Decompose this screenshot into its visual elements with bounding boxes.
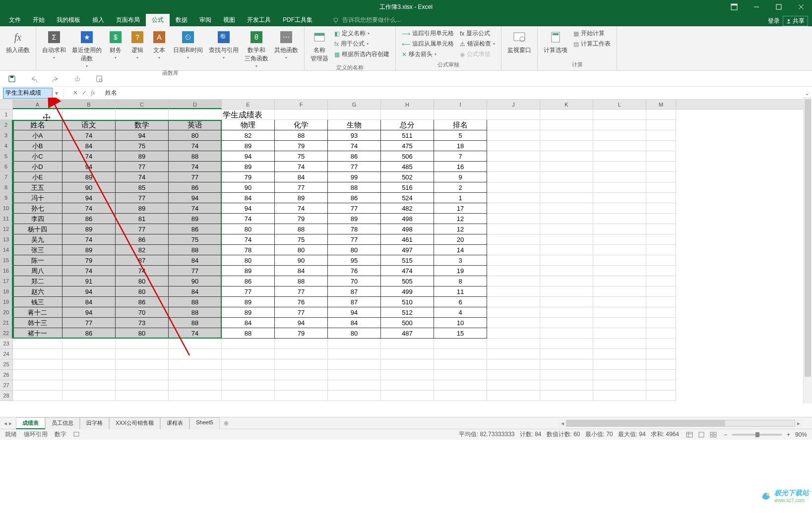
cell[interactable]: 91: [62, 276, 116, 286]
cell[interactable]: 475: [381, 141, 434, 151]
cell[interactable]: [381, 380, 434, 391]
cell[interactable]: 498: [381, 224, 434, 234]
cell[interactable]: 3: [434, 255, 487, 266]
cell[interactable]: [540, 193, 593, 203]
cell[interactable]: [540, 245, 593, 255]
cell[interactable]: 钱三: [13, 297, 62, 307]
cell[interactable]: 90: [169, 276, 222, 286]
cell[interactable]: 小D: [13, 162, 62, 172]
cell[interactable]: [487, 234, 540, 245]
cell[interactable]: [540, 370, 593, 380]
row-header-12[interactable]: 12: [0, 224, 13, 234]
col-header-F[interactable]: F: [275, 100, 328, 109]
sheet-tab-2[interactable]: 田字格: [80, 417, 109, 429]
cell[interactable]: [540, 266, 593, 276]
cell[interactable]: 77: [116, 193, 169, 203]
cell[interactable]: [13, 339, 62, 349]
cell[interactable]: 姓名: [13, 120, 62, 130]
cell[interactable]: [275, 370, 328, 380]
cell[interactable]: [487, 255, 540, 266]
minimize-button[interactable]: [745, 0, 767, 14]
cell[interactable]: 524: [381, 193, 434, 203]
cell[interactable]: 94: [62, 162, 116, 172]
cell[interactable]: 小B: [13, 141, 62, 151]
cell[interactable]: 75: [116, 141, 169, 151]
cell[interactable]: 数学: [116, 120, 169, 130]
cell[interactable]: 86: [116, 297, 169, 307]
calc-options-button[interactable]: 计算选项: [542, 28, 569, 56]
cell[interactable]: [646, 110, 676, 120]
cell[interactable]: 77: [116, 224, 169, 234]
cell[interactable]: [222, 380, 275, 391]
cell[interactable]: [593, 130, 646, 141]
cell[interactable]: [116, 359, 169, 370]
cell[interactable]: [593, 234, 646, 245]
fn-lib-0[interactable]: Σ自动求和▾: [40, 28, 68, 61]
row-header-14[interactable]: 14: [0, 245, 13, 255]
cell[interactable]: 70: [328, 276, 381, 286]
cell[interactable]: 18: [434, 141, 487, 151]
ribbon-tab-9[interactable]: 开发工具: [241, 14, 277, 26]
cell[interactable]: 88: [169, 245, 222, 255]
row-header-8[interactable]: 8: [0, 182, 13, 193]
cell[interactable]: 86: [169, 224, 222, 234]
col-header-E[interactable]: E: [222, 100, 275, 109]
cell[interactable]: 74: [62, 151, 116, 162]
audit-a-1[interactable]: ⟵追踪从属单元格: [400, 39, 456, 49]
cell[interactable]: [434, 391, 487, 401]
cell[interactable]: [222, 349, 275, 359]
cell[interactable]: 89: [62, 224, 116, 234]
maximize-button[interactable]: [767, 0, 790, 14]
cell[interactable]: [540, 318, 593, 328]
cell[interactable]: [169, 359, 222, 370]
cell[interactable]: [540, 141, 593, 151]
cell[interactable]: 孙七: [13, 203, 62, 214]
cell[interactable]: 75: [275, 234, 328, 245]
cell[interactable]: 497: [381, 245, 434, 255]
cell[interactable]: 74: [169, 141, 222, 151]
cell[interactable]: [646, 276, 676, 286]
cell[interactable]: 80: [169, 130, 222, 141]
cell[interactable]: 74: [328, 141, 381, 151]
row-header-21[interactable]: 21: [0, 318, 13, 328]
cell[interactable]: 499: [381, 286, 434, 297]
cell[interactable]: 77: [328, 203, 381, 214]
cell[interactable]: [62, 110, 116, 120]
name-box-dropdown-icon[interactable]: ▾: [53, 90, 61, 97]
cell[interactable]: 74: [62, 266, 116, 276]
cell[interactable]: 生物: [328, 120, 381, 130]
cell[interactable]: [487, 380, 540, 391]
normal-view-icon[interactable]: [684, 430, 695, 439]
cell[interactable]: [434, 380, 487, 391]
row-header-27[interactable]: 27: [0, 380, 13, 391]
audit-a-2[interactable]: ✕移去箭头 ▾: [400, 49, 456, 59]
ribbon-options-icon[interactable]: [723, 0, 745, 14]
row-header-10[interactable]: 10: [0, 203, 13, 214]
cell[interactable]: [540, 234, 593, 245]
cell[interactable]: [381, 391, 434, 401]
share-button[interactable]: 共享: [783, 16, 808, 26]
cell[interactable]: 86: [62, 328, 116, 339]
cell[interactable]: [540, 120, 593, 130]
cell[interactable]: [593, 370, 646, 380]
cell[interactable]: 88: [169, 307, 222, 318]
cell[interactable]: 学生成绩表: [222, 110, 275, 120]
cell[interactable]: [487, 276, 540, 286]
cell[interactable]: [540, 276, 593, 286]
spreadsheet-grid[interactable]: ABCDEFGHIJKLM 12345678910111213141516171…: [0, 100, 812, 417]
col-header-H[interactable]: H: [381, 100, 434, 109]
cell[interactable]: 512: [381, 307, 434, 318]
cell[interactable]: 84: [222, 318, 275, 328]
cell[interactable]: 81: [116, 214, 169, 224]
row-header-6[interactable]: 6: [0, 162, 13, 172]
cell[interactable]: [540, 162, 593, 172]
cell[interactable]: 化学: [275, 120, 328, 130]
cell[interactable]: 74: [275, 162, 328, 172]
cell[interactable]: [646, 255, 676, 266]
cell[interactable]: 12: [434, 214, 487, 224]
col-header-B[interactable]: B: [62, 100, 116, 109]
cell[interactable]: [487, 110, 540, 120]
cell[interactable]: 89: [275, 193, 328, 203]
cell[interactable]: [646, 359, 676, 370]
cell[interactable]: 461: [381, 234, 434, 245]
